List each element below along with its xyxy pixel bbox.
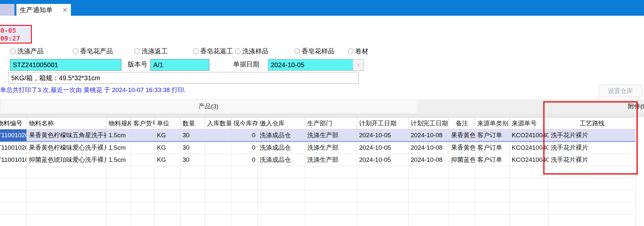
column-header[interactable]: 计划开工日期 xyxy=(357,118,409,129)
table-cell[interactable] xyxy=(475,215,510,226)
table-cell[interactable]: 客户订单 xyxy=(475,142,510,154)
empty-table-row[interactable] xyxy=(0,166,636,178)
table-cell[interactable]: 2024-10-08 xyxy=(409,154,449,166)
table-cell[interactable] xyxy=(131,178,155,190)
table-cell[interactable] xyxy=(181,215,205,226)
table-cell[interactable]: 洗涤生产部 xyxy=(305,142,357,154)
column-header[interactable]: 备注 xyxy=(449,118,475,129)
table-cell[interactable]: 洗涤成品仓 xyxy=(258,129,305,141)
table-cell[interactable]: KCO241004002 xyxy=(510,142,549,154)
table-cell[interactable] xyxy=(131,202,155,214)
table-cell[interactable] xyxy=(409,215,449,226)
table-cell[interactable] xyxy=(449,166,475,178)
radio-circle-icon[interactable] xyxy=(348,48,354,54)
table-cell[interactable] xyxy=(449,215,475,226)
chevron-down-icon[interactable]: ∨ xyxy=(353,59,363,70)
table-cell[interactable] xyxy=(107,166,131,178)
table-cell[interactable]: 1.5cm xyxy=(107,154,131,166)
table-cell[interactable] xyxy=(155,202,181,214)
table-cell[interactable] xyxy=(305,202,357,214)
table-cell[interactable]: T110010101 xyxy=(0,154,27,166)
table-cell[interactable] xyxy=(357,178,409,190)
table-cell[interactable] xyxy=(357,166,409,178)
tab-products[interactable]: 产品(3) xyxy=(0,99,417,114)
pinned-tab[interactable] xyxy=(0,4,14,16)
table-cell[interactable] xyxy=(305,178,357,190)
radio-soapflower-sample[interactable]: 香皂花样品 xyxy=(294,47,334,55)
table-cell[interactable] xyxy=(27,178,107,190)
tab-attachments[interactable]: 附件(0 xyxy=(628,102,644,111)
tab-production-notice[interactable]: 生产通知单 ✕ xyxy=(16,4,71,16)
table-cell[interactable] xyxy=(475,190,510,202)
table-cell[interactable]: 2024-10-05 xyxy=(357,129,409,141)
table-cell[interactable] xyxy=(510,178,549,190)
table-cell[interactable]: T110010202 xyxy=(0,129,27,141)
table-cell[interactable] xyxy=(155,178,181,190)
table-cell[interactable] xyxy=(155,166,181,178)
table-cell[interactable] xyxy=(258,190,305,202)
table-cell[interactable] xyxy=(305,215,357,226)
table-cell[interactable] xyxy=(258,166,305,178)
table-cell[interactable]: 洗手花片裸片 xyxy=(549,142,636,154)
column-header[interactable]: 来源单类别 xyxy=(475,118,510,129)
table-cell[interactable] xyxy=(449,190,475,202)
table-cell[interactable] xyxy=(205,202,231,214)
table-cell[interactable] xyxy=(0,190,27,202)
table-cell[interactable] xyxy=(231,178,258,190)
table-cell[interactable] xyxy=(409,190,449,202)
table-cell[interactable]: 洗涤生产部 xyxy=(305,129,357,141)
table-cell[interactable] xyxy=(409,166,449,178)
table-cell[interactable] xyxy=(131,129,155,141)
table-cell[interactable]: 洗手花片裸片 xyxy=(549,154,636,166)
table-cell[interactable] xyxy=(0,202,27,214)
table-cell[interactable] xyxy=(231,190,258,202)
table-cell[interactable]: 洗涤生产部 xyxy=(305,154,357,166)
empty-table-row[interactable] xyxy=(0,190,636,202)
table-cell[interactable] xyxy=(0,178,27,190)
table-cell[interactable]: 0 xyxy=(231,142,258,154)
table-cell[interactable]: 果香黄色 xyxy=(449,129,475,141)
table-cell[interactable]: 洗涤成品仓 xyxy=(258,154,305,166)
column-header[interactable]: 物料编号 xyxy=(0,118,27,129)
column-header[interactable]: 物料名称 xyxy=(27,118,107,129)
column-header[interactable]: 缴入仓库 xyxy=(258,118,305,129)
table-cell[interactable]: 洗手花片裸片 xyxy=(549,129,636,141)
column-header[interactable]: 物料规格 xyxy=(107,118,131,129)
table-cell[interactable]: KG xyxy=(155,142,181,154)
radio-wash-product[interactable]: 洗涤产品 xyxy=(10,47,44,55)
table-cell[interactable]: 抑菌蓝色琥珀味爱心洗手裸片 xyxy=(27,154,107,166)
table-cell[interactable] xyxy=(131,166,155,178)
table-cell[interactable] xyxy=(510,166,549,178)
table-cell[interactable] xyxy=(231,202,258,214)
column-header[interactable]: 客户货号 xyxy=(131,118,155,129)
table-cell[interactable] xyxy=(357,215,409,226)
table-cell[interactable] xyxy=(181,166,205,178)
column-header[interactable]: 工艺路线 xyxy=(549,118,636,129)
table-cell[interactable] xyxy=(475,178,510,190)
table-cell[interactable]: T110010202 xyxy=(0,142,27,154)
table-cell[interactable] xyxy=(409,178,449,190)
table-cell[interactable] xyxy=(181,202,205,214)
table-row[interactable]: T110010101抑菌蓝色琥珀味爱心洗手裸片1.5cmKG300洗涤成品仓洗涤… xyxy=(0,154,636,166)
radio-soapflower-rework[interactable]: 香皂花返工 xyxy=(193,47,233,55)
table-cell[interactable]: 客户订单 xyxy=(475,129,510,141)
table-cell[interactable] xyxy=(0,215,27,226)
date-combobox[interactable]: 2024-10-05 ∨ xyxy=(268,59,364,71)
table-cell[interactable]: 果香黄色柠檬味五角星洗手裸片 xyxy=(27,129,107,141)
column-header[interactable]: 现今库存 xyxy=(231,118,258,129)
table-cell[interactable]: 洗涤成品仓 xyxy=(258,142,305,154)
radio-coil-material[interactable]: 卷材 xyxy=(348,47,368,55)
table-cell[interactable]: 客户订单 xyxy=(475,154,510,166)
radio-circle-icon[interactable] xyxy=(235,48,241,54)
table-cell[interactable] xyxy=(549,178,636,190)
column-header[interactable]: 入库数量 xyxy=(205,118,231,129)
table-cell[interactable] xyxy=(231,166,258,178)
empty-table-row[interactable] xyxy=(0,202,636,215)
table-cell[interactable] xyxy=(510,215,549,226)
table-cell[interactable] xyxy=(107,178,131,190)
table-cell[interactable] xyxy=(107,215,131,226)
table-cell[interactable] xyxy=(181,178,205,190)
radio-circle-icon[interactable] xyxy=(294,48,300,54)
table-cell[interactable]: 1.5cm xyxy=(107,129,131,141)
table-cell[interactable]: 2024-10-05 xyxy=(357,154,409,166)
